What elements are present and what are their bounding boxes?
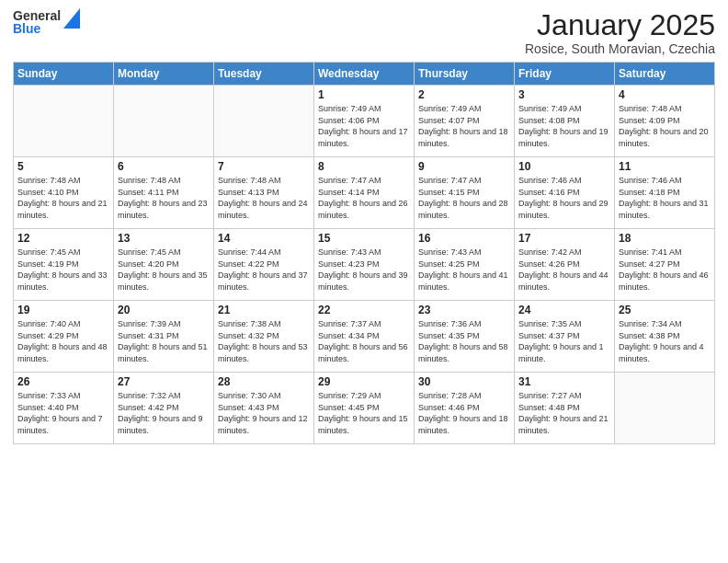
day-number: 1	[318, 88, 410, 101]
day-number: 13	[118, 232, 210, 245]
calendar-cell: 14Sunrise: 7:44 AM Sunset: 4:22 PM Dayli…	[214, 229, 314, 301]
calendar-cell: 18Sunrise: 7:41 AM Sunset: 4:27 PM Dayli…	[615, 229, 715, 301]
calendar-cell	[214, 86, 314, 157]
day-number: 27	[118, 375, 210, 388]
day-number: 26	[17, 375, 109, 388]
day-number: 24	[518, 304, 610, 316]
calendar-cell	[114, 86, 214, 157]
logo: General Blue	[13, 9, 80, 35]
calendar-cell: 19Sunrise: 7:40 AM Sunset: 4:29 PM Dayli…	[14, 301, 114, 373]
day-info: Sunrise: 7:41 AM Sunset: 4:27 PM Dayligh…	[619, 247, 711, 293]
calendar-cell: 25Sunrise: 7:34 AM Sunset: 4:38 PM Dayli…	[615, 301, 715, 373]
calendar-cell: 13Sunrise: 7:45 AM Sunset: 4:20 PM Dayli…	[114, 229, 214, 301]
day-number: 16	[418, 232, 510, 245]
calendar-cell	[615, 373, 715, 444]
day-number: 25	[619, 304, 711, 316]
day-info: Sunrise: 7:46 AM Sunset: 4:16 PM Dayligh…	[518, 175, 610, 221]
day-info: Sunrise: 7:43 AM Sunset: 4:25 PM Dayligh…	[418, 247, 510, 293]
calendar-cell: 21Sunrise: 7:38 AM Sunset: 4:32 PM Dayli…	[214, 301, 314, 373]
location: Rosice, South Moravian, Czechia	[525, 41, 715, 56]
col-monday: Monday	[114, 63, 214, 86]
day-number: 17	[518, 232, 610, 245]
day-info: Sunrise: 7:49 AM Sunset: 4:07 PM Dayligh…	[418, 103, 510, 149]
calendar-cell: 4Sunrise: 7:48 AM Sunset: 4:09 PM Daylig…	[615, 86, 715, 157]
day-info: Sunrise: 7:47 AM Sunset: 4:15 PM Dayligh…	[418, 175, 510, 221]
day-number: 28	[218, 375, 310, 388]
day-number: 19	[17, 304, 109, 316]
day-number: 9	[418, 160, 510, 173]
day-number: 3	[518, 88, 610, 101]
col-sunday: Sunday	[14, 63, 114, 86]
day-number: 18	[619, 232, 711, 245]
page-container: General Blue January 2025 Rosice, South …	[0, 0, 728, 450]
day-info: Sunrise: 7:39 AM Sunset: 4:31 PM Dayligh…	[118, 318, 210, 364]
day-number: 5	[17, 160, 109, 173]
day-number: 6	[118, 160, 210, 173]
calendar-cell: 27Sunrise: 7:32 AM Sunset: 4:42 PM Dayli…	[114, 373, 214, 444]
calendar-cell: 31Sunrise: 7:27 AM Sunset: 4:48 PM Dayli…	[515, 373, 615, 444]
day-number: 29	[318, 375, 410, 388]
calendar-cell: 11Sunrise: 7:46 AM Sunset: 4:18 PM Dayli…	[615, 157, 715, 229]
calendar-cell: 8Sunrise: 7:47 AM Sunset: 4:14 PM Daylig…	[314, 157, 415, 229]
day-number: 15	[318, 232, 410, 245]
day-info: Sunrise: 7:48 AM Sunset: 4:09 PM Dayligh…	[619, 103, 711, 149]
day-info: Sunrise: 7:36 AM Sunset: 4:35 PM Dayligh…	[418, 318, 510, 364]
col-wednesday: Wednesday	[314, 63, 415, 86]
calendar-header-row: Sunday Monday Tuesday Wednesday Thursday…	[14, 63, 715, 86]
day-info: Sunrise: 7:48 AM Sunset: 4:11 PM Dayligh…	[118, 175, 210, 221]
calendar-cell: 26Sunrise: 7:33 AM Sunset: 4:40 PM Dayli…	[14, 373, 114, 444]
header: General Blue January 2025 Rosice, South …	[13, 9, 715, 56]
calendar-cell: 28Sunrise: 7:30 AM Sunset: 4:43 PM Dayli…	[214, 373, 314, 444]
calendar-cell: 9Sunrise: 7:47 AM Sunset: 4:15 PM Daylig…	[415, 157, 515, 229]
day-info: Sunrise: 7:27 AM Sunset: 4:48 PM Dayligh…	[518, 390, 610, 436]
calendar-cell: 30Sunrise: 7:28 AM Sunset: 4:46 PM Dayli…	[415, 373, 515, 444]
day-info: Sunrise: 7:32 AM Sunset: 4:42 PM Dayligh…	[118, 390, 210, 436]
day-info: Sunrise: 7:42 AM Sunset: 4:26 PM Dayligh…	[518, 247, 610, 293]
logo-general: General	[13, 9, 61, 22]
calendar-cell: 20Sunrise: 7:39 AM Sunset: 4:31 PM Dayli…	[114, 301, 214, 373]
calendar-cell: 6Sunrise: 7:48 AM Sunset: 4:11 PM Daylig…	[114, 157, 214, 229]
month-title: January 2025	[525, 9, 715, 41]
day-info: Sunrise: 7:28 AM Sunset: 4:46 PM Dayligh…	[418, 390, 510, 436]
calendar-cell: 17Sunrise: 7:42 AM Sunset: 4:26 PM Dayli…	[515, 229, 615, 301]
calendar-cell: 15Sunrise: 7:43 AM Sunset: 4:23 PM Dayli…	[314, 229, 415, 301]
calendar-cell: 29Sunrise: 7:29 AM Sunset: 4:45 PM Dayli…	[314, 373, 415, 444]
calendar-cell: 10Sunrise: 7:46 AM Sunset: 4:16 PM Dayli…	[515, 157, 615, 229]
day-number: 20	[118, 304, 210, 316]
day-info: Sunrise: 7:45 AM Sunset: 4:19 PM Dayligh…	[17, 247, 109, 293]
day-number: 30	[418, 375, 510, 388]
calendar-week-row: 5Sunrise: 7:48 AM Sunset: 4:10 PM Daylig…	[14, 157, 715, 229]
day-info: Sunrise: 7:29 AM Sunset: 4:45 PM Dayligh…	[318, 390, 410, 436]
day-info: Sunrise: 7:43 AM Sunset: 4:23 PM Dayligh…	[318, 247, 410, 293]
calendar-cell: 24Sunrise: 7:35 AM Sunset: 4:37 PM Dayli…	[515, 301, 615, 373]
day-info: Sunrise: 7:35 AM Sunset: 4:37 PM Dayligh…	[518, 318, 610, 364]
logo-blue: Blue	[13, 22, 61, 35]
col-friday: Friday	[515, 63, 615, 86]
day-info: Sunrise: 7:49 AM Sunset: 4:08 PM Dayligh…	[518, 103, 610, 149]
calendar-week-row: 19Sunrise: 7:40 AM Sunset: 4:29 PM Dayli…	[14, 301, 715, 373]
day-info: Sunrise: 7:33 AM Sunset: 4:40 PM Dayligh…	[17, 390, 109, 436]
col-thursday: Thursday	[415, 63, 515, 86]
calendar-cell: 12Sunrise: 7:45 AM Sunset: 4:19 PM Dayli…	[14, 229, 114, 301]
svg-marker-0	[63, 8, 80, 29]
day-info: Sunrise: 7:37 AM Sunset: 4:34 PM Dayligh…	[318, 318, 410, 364]
calendar-cell	[14, 86, 114, 157]
calendar-cell: 22Sunrise: 7:37 AM Sunset: 4:34 PM Dayli…	[314, 301, 415, 373]
day-number: 10	[518, 160, 610, 173]
day-number: 2	[418, 88, 510, 101]
calendar-week-row: 26Sunrise: 7:33 AM Sunset: 4:40 PM Dayli…	[14, 373, 715, 444]
calendar-week-row: 12Sunrise: 7:45 AM Sunset: 4:19 PM Dayli…	[14, 229, 715, 301]
calendar-cell: 3Sunrise: 7:49 AM Sunset: 4:08 PM Daylig…	[515, 86, 615, 157]
day-info: Sunrise: 7:49 AM Sunset: 4:06 PM Dayligh…	[318, 103, 410, 149]
calendar-week-row: 1Sunrise: 7:49 AM Sunset: 4:06 PM Daylig…	[14, 86, 715, 157]
day-info: Sunrise: 7:45 AM Sunset: 4:20 PM Dayligh…	[118, 247, 210, 293]
day-info: Sunrise: 7:34 AM Sunset: 4:38 PM Dayligh…	[619, 318, 711, 364]
calendar-cell: 7Sunrise: 7:48 AM Sunset: 4:13 PM Daylig…	[214, 157, 314, 229]
day-info: Sunrise: 7:30 AM Sunset: 4:43 PM Dayligh…	[218, 390, 310, 436]
day-number: 11	[619, 160, 711, 173]
calendar-cell: 1Sunrise: 7:49 AM Sunset: 4:06 PM Daylig…	[314, 86, 415, 157]
col-tuesday: Tuesday	[214, 63, 314, 86]
day-info: Sunrise: 7:48 AM Sunset: 4:13 PM Dayligh…	[218, 175, 310, 221]
day-info: Sunrise: 7:38 AM Sunset: 4:32 PM Dayligh…	[218, 318, 310, 364]
calendar-table: Sunday Monday Tuesday Wednesday Thursday…	[13, 62, 715, 444]
